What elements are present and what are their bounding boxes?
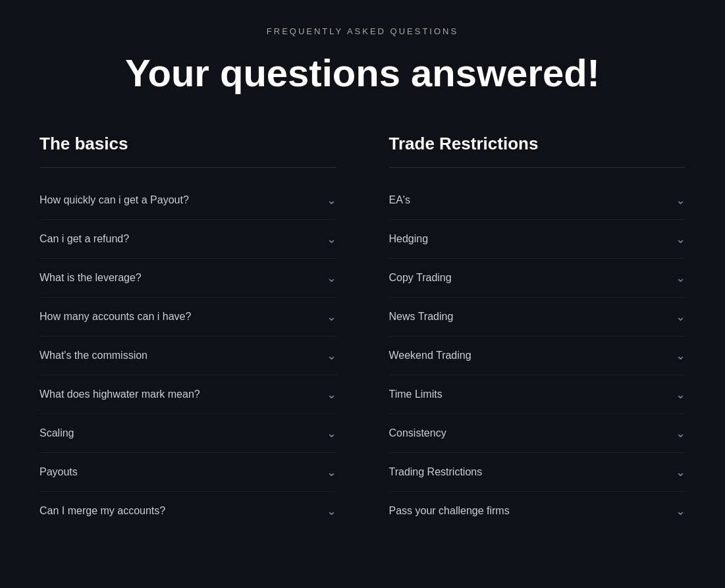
chevron-down-icon: ⌄ [676, 232, 685, 246]
right-faq-list: EA's ⌄ Hedging ⌄ Copy Trading ⌄ News Tra… [389, 181, 686, 530]
faq-item-commission[interactable]: What's the commission ⌄ [40, 336, 336, 375]
faq-question-hedging: Hedging [389, 233, 429, 245]
faq-item-scaling[interactable]: Scaling ⌄ [40, 414, 336, 453]
chevron-down-icon: ⌄ [327, 348, 336, 363]
faq-question-copy-trading: Copy Trading [389, 272, 452, 284]
faq-item-accounts[interactable]: How many accounts can i have? ⌄ [40, 298, 336, 336]
faq-question-payout: How quickly can i get a Payout? [40, 194, 189, 206]
faq-item-merge[interactable]: Can I merge my accounts? ⌄ [40, 492, 336, 530]
faq-item-leverage[interactable]: What is the leverage? ⌄ [40, 259, 336, 298]
left-column-title: The basics [40, 134, 336, 154]
page-title: Your questions answered! [40, 52, 685, 94]
faq-question-consistency: Consistency [389, 427, 446, 439]
chevron-down-icon: ⌄ [327, 309, 336, 324]
faq-question-pass-challenge: Pass your challenge firms [389, 505, 510, 517]
faq-item-highwater[interactable]: What does highwater mark mean? ⌄ [40, 375, 336, 414]
header-section: FREQUENTLY ASKED QUESTIONS Your question… [40, 26, 685, 94]
chevron-down-icon: ⌄ [327, 504, 336, 518]
faq-item-pass-challenge[interactable]: Pass your challenge firms ⌄ [389, 492, 686, 530]
chevron-down-icon: ⌄ [676, 193, 685, 207]
faq-question-trading-restrictions: Trading Restrictions [389, 466, 483, 478]
faq-item-payout[interactable]: How quickly can i get a Payout? ⌄ [40, 181, 336, 220]
left-faq-list: How quickly can i get a Payout? ⌄ Can i … [40, 181, 336, 530]
faq-item-payouts[interactable]: Payouts ⌄ [40, 453, 336, 492]
faq-question-news-trading: News Trading [389, 311, 454, 323]
left-divider [40, 167, 336, 168]
faq-item-weekend-trading[interactable]: Weekend Trading ⌄ [389, 336, 686, 375]
faq-question-commission: What's the commission [40, 350, 148, 361]
chevron-down-icon: ⌄ [676, 309, 685, 324]
chevron-down-icon: ⌄ [676, 504, 685, 518]
chevron-down-icon: ⌄ [327, 271, 336, 285]
faq-item-trading-restrictions[interactable]: Trading Restrictions ⌄ [389, 453, 686, 492]
faq-question-accounts: How many accounts can i have? [40, 311, 191, 323]
faq-question-payouts: Payouts [40, 466, 78, 478]
right-divider [389, 167, 686, 168]
faq-question-time-limits: Time Limits [389, 388, 443, 400]
chevron-down-icon: ⌄ [327, 426, 336, 441]
chevron-down-icon: ⌄ [676, 426, 685, 441]
chevron-down-icon: ⌄ [327, 465, 336, 479]
page-container: FREQUENTLY ASKED QUESTIONS Your question… [0, 0, 725, 556]
chevron-down-icon: ⌄ [676, 271, 685, 285]
chevron-down-icon: ⌄ [327, 193, 336, 207]
columns-container: The basics How quickly can i get a Payou… [40, 134, 685, 530]
faq-item-time-limits[interactable]: Time Limits ⌄ [389, 375, 686, 414]
right-column-title: Trade Restrictions [389, 134, 686, 154]
faq-question-eas: EA's [389, 194, 410, 206]
faq-item-copy-trading[interactable]: Copy Trading ⌄ [389, 259, 686, 298]
faq-question-highwater: What does highwater mark mean? [40, 388, 200, 400]
faq-item-consistency[interactable]: Consistency ⌄ [389, 414, 686, 453]
chevron-down-icon: ⌄ [676, 348, 685, 363]
chevron-down-icon: ⌄ [676, 465, 685, 479]
faq-question-scaling: Scaling [40, 427, 74, 439]
chevron-down-icon: ⌄ [676, 387, 685, 402]
faq-question-weekend-trading: Weekend Trading [389, 350, 471, 361]
chevron-down-icon: ⌄ [327, 232, 336, 246]
faq-item-eas[interactable]: EA's ⌄ [389, 181, 686, 220]
chevron-down-icon: ⌄ [327, 387, 336, 402]
faq-item-hedging[interactable]: Hedging ⌄ [389, 220, 686, 259]
faq-question-leverage: What is the leverage? [40, 272, 142, 284]
faq-question-merge: Can I merge my accounts? [40, 505, 165, 517]
faq-label: FREQUENTLY ASKED QUESTIONS [40, 26, 685, 36]
right-column: Trade Restrictions EA's ⌄ Hedging ⌄ Copy… [389, 134, 686, 530]
faq-item-refund[interactable]: Can i get a refund? ⌄ [40, 220, 336, 259]
faq-question-refund: Can i get a refund? [40, 233, 129, 245]
faq-item-news-trading[interactable]: News Trading ⌄ [389, 298, 686, 336]
left-column: The basics How quickly can i get a Payou… [40, 134, 336, 530]
